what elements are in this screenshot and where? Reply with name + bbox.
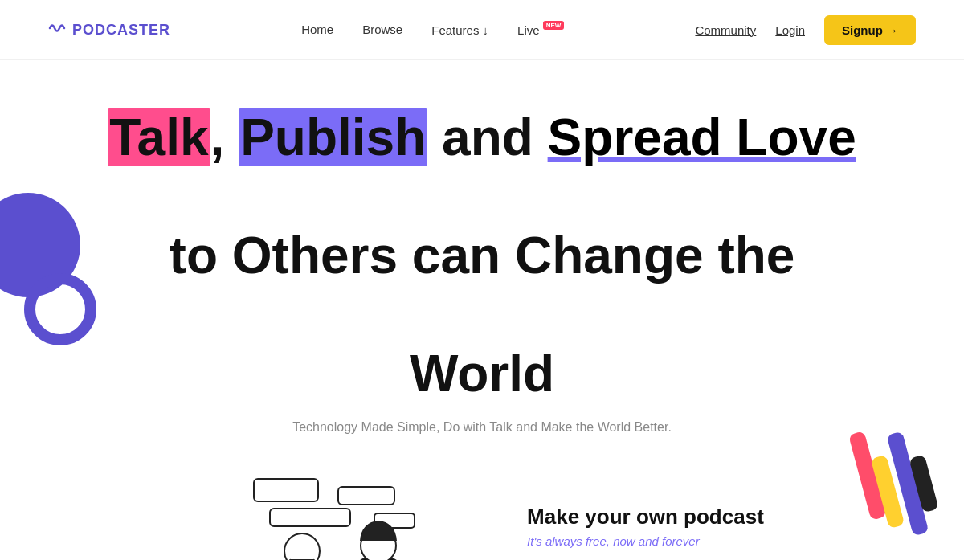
- hero-spread: Spread Love: [548, 108, 856, 166]
- navbar: PODCASTER Home Browse Features ↓ Live NE…: [0, 0, 964, 60]
- deco-bars: [827, 407, 940, 536]
- hero-line3: World: [410, 345, 554, 403]
- logo-text: PODCASTER: [72, 22, 170, 39]
- hero-publish: Publish: [239, 108, 427, 166]
- nav-item-features[interactable]: Features ↓: [431, 23, 488, 37]
- signup-button[interactable]: Signup →: [824, 15, 916, 45]
- hero-title: Talk, Publish and Spread Love to Others …: [0, 108, 964, 404]
- podcast-illustration: [190, 475, 463, 560]
- hero-subtitle: Technology Made Simple, Do with Talk and…: [0, 420, 964, 435]
- illustration-area: [190, 475, 463, 560]
- podcast-cta: Make your own podcast It's always free, …: [527, 505, 774, 560]
- nav-item-live[interactable]: Live NEW: [517, 23, 564, 37]
- login-link[interactable]: Login: [775, 23, 805, 37]
- lower-section: Make your own podcast It's always free, …: [0, 475, 964, 560]
- hero-section: Talk, Publish and Spread Love to Others …: [0, 60, 964, 435]
- svg-rect-1: [270, 509, 350, 526]
- svg-rect-2: [338, 487, 394, 505]
- nav-item-browse[interactable]: Browse: [362, 22, 402, 37]
- cta-subtitle: It's always free, now and forever: [527, 534, 700, 548]
- logo-icon: [48, 19, 66, 41]
- svg-point-6: [284, 533, 320, 560]
- logo[interactable]: PODCASTER: [48, 19, 170, 41]
- nav-item-home[interactable]: Home: [301, 22, 333, 37]
- svg-rect-0: [254, 479, 318, 501]
- nav-right: Community Login Signup →: [695, 15, 916, 45]
- community-link[interactable]: Community: [695, 23, 756, 37]
- hero-line2: to Others can Change the: [0, 227, 964, 286]
- live-badge: NEW: [543, 21, 565, 30]
- hero-talk: Talk: [108, 108, 210, 166]
- nav-links: Home Browse Features ↓ Live NEW: [301, 22, 564, 37]
- cta-title: Make your own podcast: [527, 505, 764, 529]
